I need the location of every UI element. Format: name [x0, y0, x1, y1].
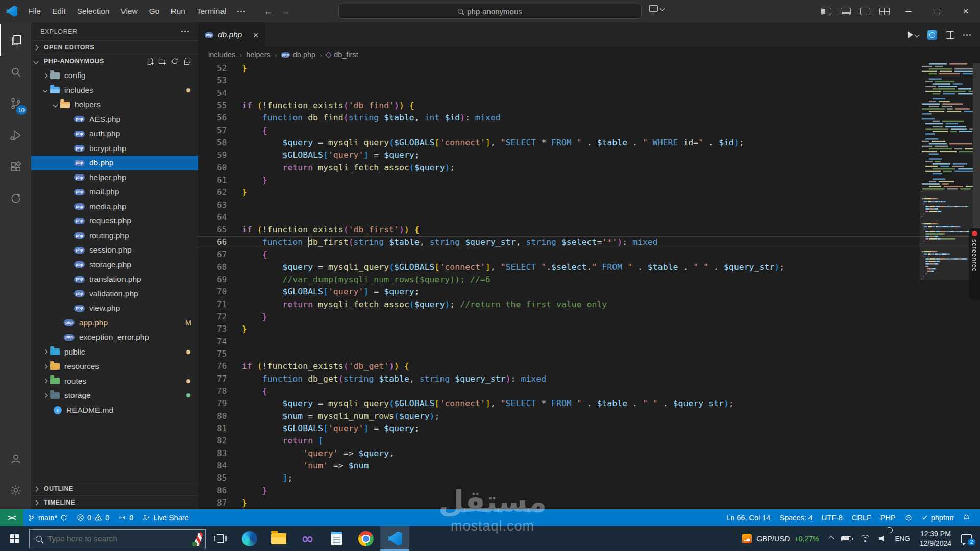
line-number[interactable]: 72	[198, 311, 227, 323]
vscode-app-button[interactable]	[380, 526, 409, 551]
line-number[interactable]: 74	[198, 336, 227, 348]
php-server-icon[interactable]	[927, 30, 937, 40]
tab-close-icon[interactable]: ×	[253, 30, 258, 40]
line-number[interactable]: 60	[198, 162, 227, 174]
code-line-64[interactable]: 64	[198, 211, 918, 223]
code-editor[interactable]: 52}535455if (!function_exists('db_find')…	[198, 62, 918, 509]
tree-item-validation-php[interactable]: validation.php	[31, 287, 198, 302]
cursor-position-item[interactable]: Ln 66, Col 14	[722, 509, 775, 526]
close-button[interactable]: ×	[951, 0, 980, 22]
line-number[interactable]: 67	[198, 248, 227, 261]
collapse-all-icon[interactable]	[183, 57, 191, 65]
input-language[interactable]: ENG	[891, 526, 914, 551]
new-file-icon[interactable]	[146, 57, 154, 65]
problems-item[interactable]: 0 0	[72, 509, 114, 526]
show-hidden-icons-button[interactable]	[825, 526, 837, 551]
start-button[interactable]	[0, 526, 29, 551]
code-line-63[interactable]: 63	[198, 199, 918, 211]
line-number[interactable]: 79	[198, 397, 227, 410]
code-line-85[interactable]: 85 ];	[198, 472, 918, 484]
code-line-83[interactable]: 83 'query' => $query,	[198, 447, 918, 460]
code-line-61[interactable]: 61 }	[198, 174, 918, 186]
code-line-77[interactable]: 77 function db_get(string $table, string…	[198, 373, 918, 385]
tree-item-exception-error-php[interactable]: exception_error.php	[31, 330, 198, 345]
code-line-79[interactable]: 79 $query = mysqli_query($GLOBALS['conne…	[198, 397, 918, 410]
line-number[interactable]: 84	[198, 460, 227, 472]
code-line-65[interactable]: 65if (!function_exists('db_first')) {	[198, 223, 918, 236]
timeline-section[interactable]: TIMELINE	[31, 495, 198, 509]
tree-item-view-php[interactable]: view.php	[31, 301, 198, 316]
line-number[interactable]: 52	[198, 62, 227, 74]
ports-item[interactable]: 0	[114, 509, 138, 526]
code-line-75[interactable]: 75	[198, 348, 918, 360]
encoding-item[interactable]: UTF-8	[817, 509, 847, 526]
activity-live-share-button[interactable]	[0, 183, 31, 214]
settings-button[interactable]	[0, 474, 31, 506]
volume-status[interactable]	[875, 526, 891, 551]
toggle-panel-icon[interactable]	[841, 8, 851, 15]
activity-search-button[interactable]	[0, 56, 31, 88]
code-line-87[interactable]: 87}	[198, 497, 918, 509]
editor-more-actions-button[interactable]	[963, 34, 971, 36]
tree-item-readme-md[interactable]: README.md	[31, 403, 198, 418]
customize-layout-icon[interactable]	[879, 8, 890, 15]
menu-run[interactable]: Run	[165, 0, 190, 22]
code-line-54[interactable]: 54	[198, 87, 918, 99]
stocks-widget[interactable]: GBP/USD +0,27%	[736, 526, 825, 551]
breadcrumb-item-helpers[interactable]: helpers	[246, 51, 271, 59]
code-line-70[interactable]: 70 $GLOBALS['query'] = $query;	[198, 286, 918, 298]
line-number[interactable]: 80	[198, 410, 227, 422]
activity-explorer-button[interactable]	[0, 24, 31, 56]
menu-overflow-button[interactable]	[232, 0, 250, 22]
tree-item-session-php[interactable]: session.php	[31, 243, 198, 258]
code-line-84[interactable]: 84 'num' => $num	[198, 460, 918, 472]
menu-edit[interactable]: Edit	[46, 0, 71, 22]
minimap[interactable]	[920, 62, 973, 509]
code-line-67[interactable]: 67 {	[198, 248, 918, 261]
clock[interactable]: 12:39 PM 12/9/2024	[914, 529, 957, 547]
eol-item[interactable]: CRLF	[847, 509, 876, 526]
tree-item-storage[interactable]: storage	[31, 388, 198, 403]
line-number[interactable]: 65	[198, 223, 227, 236]
code-line-60[interactable]: 60 return mysqli_fetch_assoc($query);	[198, 162, 918, 174]
language-mode-item[interactable]: PHP	[876, 509, 900, 526]
code-line-82[interactable]: 82 return [	[198, 435, 918, 447]
code-line-55[interactable]: 55if (!function_exists('db_find')) {	[198, 99, 918, 112]
split-editor-icon[interactable]	[946, 31, 954, 39]
taskbar-search-input[interactable]	[47, 534, 165, 543]
tree-item-includes[interactable]: includes	[31, 83, 198, 98]
edge-app-button[interactable]	[235, 526, 264, 551]
battery-status[interactable]	[837, 526, 855, 551]
line-number[interactable]: 86	[198, 485, 227, 497]
tree-item-routes[interactable]: routes	[31, 374, 198, 389]
command-center-search[interactable]: php-anonymous	[338, 4, 642, 19]
tree-item-auth-php[interactable]: auth.php	[31, 127, 198, 141]
tree-item-request-php[interactable]: request.php	[31, 214, 198, 229]
line-number[interactable]: 78	[198, 385, 227, 397]
live-share-item[interactable]: Live Share	[138, 509, 193, 526]
run-button[interactable]	[908, 31, 919, 38]
code-line-66[interactable]: 66 function db_first(string $table, stri…	[198, 236, 918, 248]
line-number[interactable]: 68	[198, 261, 227, 273]
code-line-68[interactable]: 68 $query = mysqli_query($GLOBALS['conne…	[198, 261, 918, 273]
extension-status-item[interactable]	[900, 509, 917, 526]
sidebar-more-actions-button[interactable]	[181, 31, 189, 32]
line-number[interactable]: 63	[198, 199, 227, 211]
tree-item-resources[interactable]: resources	[31, 359, 198, 374]
tree-item-app-php[interactable]: app.phpM	[31, 316, 198, 331]
remote-window-button[interactable]	[649, 5, 664, 12]
line-number[interactable]: 54	[198, 87, 227, 99]
line-number[interactable]: 69	[198, 273, 227, 286]
line-number[interactable]: 73	[198, 323, 227, 335]
nav-back-button[interactable]: ←	[261, 6, 276, 17]
code-line-52[interactable]: 52}	[198, 62, 918, 74]
activity-run-debug-button[interactable]	[0, 119, 31, 151]
tree-item-storage-php[interactable]: storage.php	[31, 258, 198, 272]
taskbar-search[interactable]	[29, 529, 206, 548]
line-number[interactable]: 64	[198, 211, 227, 223]
line-number[interactable]: 53	[198, 74, 227, 87]
code-line-59[interactable]: 59 $GLOBALS['query'] = $query;	[198, 149, 918, 161]
outline-section[interactable]: OUTLINE	[31, 482, 198, 495]
line-number[interactable]: 83	[198, 447, 227, 460]
tree-item-config[interactable]: config	[31, 68, 198, 83]
